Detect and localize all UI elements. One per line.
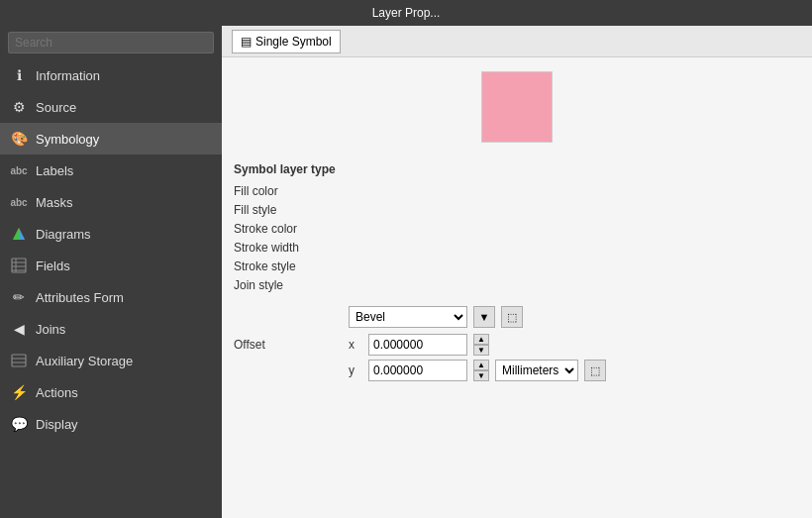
offset-x-spin[interactable]: ▲ ▼	[473, 334, 489, 356]
bevel-row: Bevel ▼ ⬚	[222, 303, 812, 331]
single-symbol-label: Single Symbol	[255, 35, 332, 49]
svg-rect-5	[12, 355, 26, 366]
single-symbol-icon: ▤	[241, 35, 252, 49]
actions-icon: ⚡	[10, 383, 28, 401]
sidebar-item-label: Information	[36, 68, 100, 83]
join-style-label: Join style	[234, 278, 343, 292]
spin-up-y-icon[interactable]: ▲	[473, 360, 489, 370]
content-area: ▤ Single Symbol Symbol layer type Fill c…	[222, 26, 812, 518]
y-coord-label: y	[349, 363, 362, 377]
attributes-form-icon: ✏	[10, 288, 28, 306]
stroke-width-row: Stroke width	[234, 241, 800, 255]
sidebar-item-label: Symbology	[36, 132, 99, 147]
spin-down-y-icon[interactable]: ▼	[473, 370, 489, 381]
stroke-color-row: Stroke color	[234, 222, 800, 236]
unit-select[interactable]: Millimeters	[495, 360, 578, 381]
sidebar-item-label: Fields	[36, 259, 70, 273]
sidebar-item-source[interactable]: ⚙ Source	[0, 91, 222, 123]
stroke-style-row: Stroke style	[234, 259, 800, 273]
sidebar-item-label: Labels	[36, 163, 73, 178]
bevel-select[interactable]: Bevel	[349, 306, 467, 328]
diagrams-icon	[10, 225, 28, 243]
sidebar-item-label: Source	[36, 100, 76, 115]
symbol-preview-area	[222, 57, 812, 156]
display-icon: 💬	[10, 415, 28, 433]
sidebar-item-fields[interactable]: Fields	[0, 250, 222, 281]
bevel-arrow-icon[interactable]: ▼	[473, 306, 495, 328]
fill-style-label: Fill style	[234, 203, 343, 217]
symbol-layer-type-label: Symbol layer type	[234, 162, 800, 176]
sidebar: ℹ Information ⚙ Source 🎨 Symbology abc L…	[0, 26, 222, 518]
fill-color-row: Fill color	[234, 184, 800, 198]
stroke-width-label: Stroke width	[234, 241, 343, 255]
symbol-preview	[481, 71, 553, 143]
sidebar-item-label: Diagrams	[36, 227, 91, 242]
masks-icon: abc	[10, 193, 28, 211]
offset-y-spin[interactable]: ▲ ▼	[473, 360, 489, 381]
labels-icon: abc	[10, 161, 28, 179]
sidebar-search-container	[0, 26, 222, 59]
offset-x-input[interactable]	[368, 334, 467, 356]
title-label: Layer Prop...	[372, 6, 441, 20]
sidebar-item-symbology[interactable]: 🎨 Symbology	[0, 123, 222, 155]
unit-icon[interactable]: ⬚	[584, 360, 606, 381]
fields-icon	[10, 257, 28, 274]
search-input[interactable]	[8, 32, 214, 53]
information-icon: ℹ	[10, 66, 28, 84]
sidebar-item-masks[interactable]: abc Masks	[0, 186, 222, 218]
stroke-color-label: Stroke color	[234, 222, 343, 236]
symbology-icon: 🎨	[10, 130, 28, 148]
sidebar-item-label: Attributes Form	[36, 290, 124, 305]
source-icon: ⚙	[10, 98, 28, 116]
offset-y-row: y ▲ ▼ Millimeters ⬚	[234, 360, 800, 381]
content-header: ▤ Single Symbol	[222, 26, 812, 57]
stroke-style-label: Stroke style	[234, 259, 343, 273]
title-bar: Layer Prop...	[0, 0, 812, 26]
single-symbol-button[interactable]: ▤ Single Symbol	[232, 30, 341, 53]
x-coord-label: x	[349, 338, 362, 352]
offset-y-input[interactable]	[368, 360, 467, 381]
auxiliary-storage-icon	[10, 352, 28, 369]
fill-color-label: Fill color	[234, 184, 343, 198]
spin-down-icon[interactable]: ▼	[473, 345, 489, 356]
offset-label: Offset	[234, 338, 343, 352]
sidebar-item-label: Masks	[36, 195, 73, 210]
sidebar-item-information[interactable]: ℹ Information	[0, 59, 222, 91]
sidebar-item-diagrams[interactable]: Diagrams	[0, 218, 222, 250]
sidebar-item-attributes-form[interactable]: ✏ Attributes Form	[0, 281, 222, 313]
offset-x-row: Offset x ▲ ▼	[234, 334, 800, 356]
properties-area: Symbol layer type Fill color Fill style …	[222, 156, 812, 303]
sidebar-item-label: Actions	[36, 385, 78, 400]
joins-icon: ◀	[10, 320, 28, 338]
sidebar-item-label: Display	[36, 417, 78, 432]
sidebar-item-display[interactable]: 💬 Display	[0, 408, 222, 440]
join-style-row: Join style	[234, 278, 800, 292]
sidebar-item-joins[interactable]: ◀ Joins	[0, 313, 222, 345]
offset-section: Offset x ▲ ▼ y ▲ ▼ Millimeters	[222, 331, 812, 384]
fill-style-row: Fill style	[234, 203, 800, 217]
sidebar-item-actions[interactable]: ⚡ Actions	[0, 376, 222, 408]
bevel-extra-icon[interactable]: ⬚	[501, 306, 523, 328]
sidebar-item-label: Auxiliary Storage	[36, 354, 133, 368]
sidebar-item-label: Joins	[36, 322, 65, 337]
spin-up-icon[interactable]: ▲	[473, 334, 489, 345]
sidebar-item-auxiliary-storage[interactable]: Auxiliary Storage	[0, 345, 222, 376]
sidebar-item-labels[interactable]: abc Labels	[0, 155, 222, 186]
